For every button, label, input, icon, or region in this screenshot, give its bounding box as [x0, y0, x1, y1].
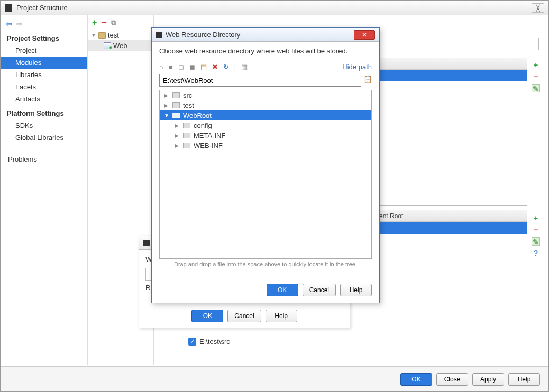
nav-arrows: ⇦ ⇨ — [1, 18, 87, 30]
home-icon[interactable]: ⌂ — [159, 63, 163, 71]
dialog-instruction: Choose web resource directory where web … — [152, 42, 379, 60]
window-title: Project Structure — [16, 4, 532, 12]
tree-label: src — [183, 91, 192, 99]
collapse-icon[interactable]: ▼ — [164, 113, 169, 118]
module-tree-web-facet[interactable]: Web — [88, 40, 153, 51]
sidebar-item-libraries[interactable]: Libraries — [1, 69, 87, 81]
descriptor-add-icon[interactable]: + — [532, 61, 540, 69]
back-dialog-ok-button[interactable]: OK — [191, 310, 223, 322]
nav-back-icon[interactable]: ⇦ — [6, 20, 12, 28]
web-facet-label: Web — [113, 42, 127, 50]
main-footer: OK Close Apply Help — [1, 366, 548, 391]
back-dialog-cancel-button[interactable]: Cancel — [227, 310, 261, 322]
dialog-titlebar: Web Resource Directory ✕ — [152, 28, 379, 42]
dialog-title: Web Resource Directory — [166, 31, 240, 39]
tree-label: META-INF — [194, 132, 225, 139]
path-row: 📋 — [159, 74, 372, 87]
main-apply-button[interactable]: Apply — [472, 373, 504, 386]
resource-add-icon[interactable]: + — [532, 214, 540, 222]
tree-node-config[interactable]: ▶ config — [160, 120, 371, 130]
tree-label: config — [194, 122, 212, 129]
folder-icon — [183, 133, 190, 138]
show-hidden-icon[interactable]: ▦ — [241, 63, 248, 71]
titlebar: Project Structure ╳ — [1, 1, 548, 15]
back-dialog-label-r: R — [145, 284, 150, 292]
sidebar-item-artifacts[interactable]: Artifacts — [1, 93, 87, 105]
section-platform-settings: Platform Settings — [1, 105, 87, 119]
tree-node-src[interactable]: ▶ src — [160, 90, 371, 100]
tree-label: WEB-INF — [194, 142, 223, 150]
sidebar-item-sdks[interactable]: SDKs — [1, 119, 87, 132]
web-facet-icon — [104, 42, 111, 49]
content-root-icon[interactable]: ◼ — [189, 63, 195, 71]
dialog-app-icon — [156, 32, 162, 38]
resource-remove-icon[interactable]: − — [532, 226, 540, 234]
copy-icon[interactable]: ⧉ — [111, 18, 116, 27]
refresh-icon[interactable]: ↻ — [223, 63, 229, 71]
tree-node-webinf[interactable]: ▶ WEB-INF — [160, 141, 371, 151]
nav-forward-icon[interactable]: ⇨ — [16, 20, 23, 28]
tree-node-test[interactable]: ▶ test — [160, 100, 371, 110]
main-help-button[interactable]: Help — [508, 373, 540, 386]
dialog-close-button[interactable]: ✕ — [354, 30, 375, 40]
module-tree-toolbar: + − ⧉ — [88, 15, 153, 30]
expand-icon[interactable]: ▶ — [164, 92, 169, 98]
module-icon[interactable]: ◻ — [178, 63, 184, 71]
descriptors-toolbar: + − ✎ — [530, 61, 541, 92]
sidebar-item-facets[interactable]: Facets — [1, 81, 87, 93]
hide-path-link[interactable]: Hide path — [342, 63, 372, 71]
section-project-settings: Project Settings — [1, 30, 87, 44]
dialog-toolbar: ⌂ ■ ◻ ◼ ▤ ✖ ↻ | ▦ Hide path — [152, 60, 379, 73]
source-roots-row[interactable]: ✓ E:\test\src — [184, 334, 527, 349]
web-resource-directory-dialog: Web Resource Directory ✕ Choose web reso… — [151, 27, 380, 303]
dialog-ok-button[interactable]: OK — [267, 284, 298, 296]
folder-icon — [183, 123, 190, 128]
module-tree-root[interactable]: ▼ test — [88, 30, 153, 40]
resources-toolbar: + − ✎ ? — [530, 214, 541, 257]
dialog-cancel-button[interactable]: Cancel — [303, 284, 336, 296]
main-close-button[interactable]: Close — [436, 373, 468, 386]
back-dialog-icon — [143, 240, 150, 246]
folder-icon — [172, 102, 180, 108]
tree-node-webroot[interactable]: ▼ WebRoot — [160, 110, 371, 120]
resource-edit-icon[interactable]: ✎ — [532, 237, 540, 246]
sidebar-item-project[interactable]: Project — [1, 44, 87, 57]
remove-icon[interactable]: − — [101, 17, 107, 29]
directory-tree[interactable]: ▶ src ▶ test ▼ WebRoot ▶ config ▶ META-I… — [159, 90, 372, 259]
folder-icon — [183, 143, 190, 148]
sidebar-item-modules[interactable]: Modules — [1, 57, 87, 69]
source-root-path: E:\test\src — [199, 338, 230, 346]
dialog-buttons: OK Cancel Help — [267, 284, 372, 296]
app-icon — [5, 4, 12, 12]
sidebar-item-problems[interactable]: Problems — [1, 153, 87, 165]
expand-icon[interactable]: ▶ — [175, 123, 180, 128]
drag-drop-hint: Drag and drop a file into the space abov… — [152, 261, 379, 267]
tree-label: WebRoot — [183, 111, 212, 119]
expand-icon[interactable]: ▶ — [175, 133, 180, 138]
main-ok-button[interactable]: OK — [400, 373, 432, 386]
expand-icon[interactable]: ▶ — [164, 102, 169, 108]
folder-icon — [172, 113, 180, 118]
tree-node-metainf[interactable]: ▶ META-INF — [160, 130, 371, 141]
tree-label: test — [183, 101, 194, 109]
dialog-help-button[interactable]: Help — [340, 284, 372, 296]
delete-icon[interactable]: ✖ — [212, 63, 218, 71]
descriptor-remove-icon[interactable]: − — [532, 72, 540, 81]
expand-icon[interactable]: ▶ — [175, 143, 180, 148]
tree-collapse-icon[interactable]: ▼ — [91, 32, 96, 38]
sidebar: ⇦ ⇨ Project Settings Project Modules Lib… — [1, 15, 88, 365]
module-folder-icon — [98, 32, 106, 39]
window-close-button[interactable]: ╳ — [532, 3, 544, 13]
back-dialog-help-button[interactable]: Help — [266, 310, 297, 322]
sidebar-item-global-libraries[interactable]: Global Libraries — [1, 132, 87, 144]
folder-icon — [172, 92, 180, 98]
source-root-checkbox[interactable]: ✓ — [188, 338, 196, 346]
project-icon[interactable]: ■ — [169, 63, 173, 71]
resource-help-icon[interactable]: ? — [532, 249, 540, 257]
add-icon[interactable]: + — [92, 18, 97, 27]
descriptor-edit-icon[interactable]: ✎ — [532, 84, 540, 92]
new-folder-icon[interactable]: ▤ — [200, 63, 207, 71]
path-input[interactable] — [159, 74, 361, 87]
history-icon[interactable]: 📋 — [363, 75, 372, 86]
module-name: test — [108, 31, 119, 39]
